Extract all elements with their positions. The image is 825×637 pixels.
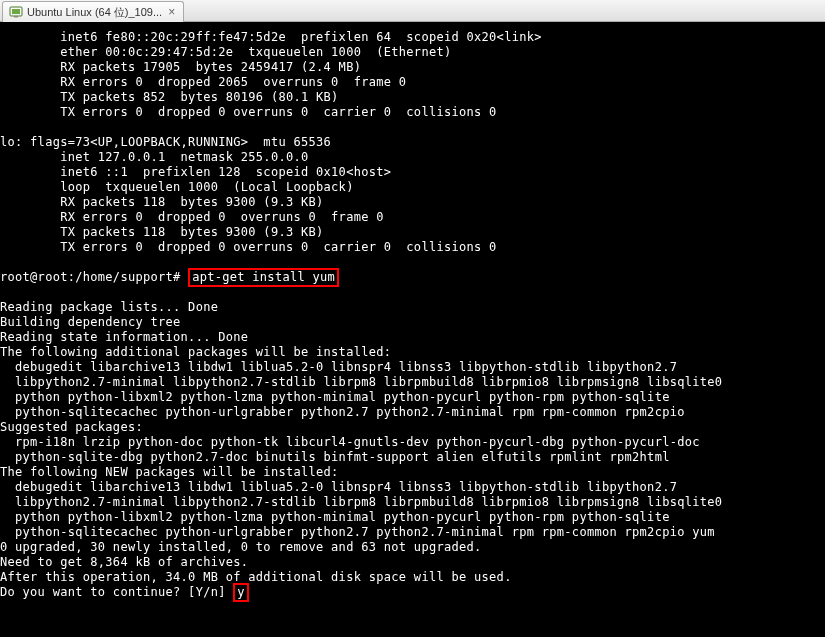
terminal-output[interactable]: inet6 fe80::20c:29ff:fe47:5d2e prefixlen… (0, 22, 825, 637)
prompt-line: root@root:/home/support# apt-get install… (0, 270, 825, 285)
svg-rect-2 (14, 16, 18, 18)
confirm-input: y (237, 585, 245, 599)
tab-title: Ubuntu Linux (64 位)_109... (27, 5, 162, 20)
typed-command: apt-get install yum (192, 270, 335, 284)
confirm-line: Do you want to continue? [Y/n] y (0, 585, 825, 600)
vm-icon (9, 5, 23, 19)
shell-prompt: root@root:/home/support# (0, 270, 188, 284)
confirm-prompt: Do you want to continue? [Y/n] (0, 585, 233, 599)
terminal-pre-lines: inet6 fe80::20c:29ff:fe47:5d2e prefixlen… (0, 30, 542, 254)
terminal-post-lines: Reading package lists... Done Building d… (0, 300, 722, 584)
svg-rect-1 (12, 9, 20, 14)
tab-close-button[interactable]: × (166, 5, 177, 19)
command-highlight: apt-get install yum (188, 268, 339, 287)
vm-tab[interactable]: Ubuntu Linux (64 位)_109... × (2, 1, 184, 22)
window-tab-bar: Ubuntu Linux (64 位)_109... × (0, 0, 825, 22)
confirm-input-highlight: y (233, 583, 249, 602)
